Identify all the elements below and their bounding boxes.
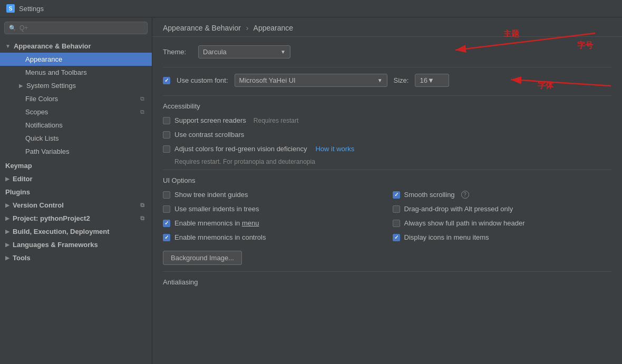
expand-arrow-icon: ▼: [5, 43, 11, 49]
group-label: Version Control: [13, 201, 64, 209]
breadcrumb-part2: Appearance: [254, 24, 294, 32]
drag-drop-checkbox[interactable]: [393, 205, 400, 213]
ui-options-section-title: UI Options: [163, 176, 611, 184]
background-image-button[interactable]: Background Image...: [163, 251, 242, 265]
display-icons-row: Display icons in menu items: [393, 232, 612, 242]
app-icon: S: [6, 4, 15, 13]
sidebar-item-label: Scopes: [25, 108, 48, 116]
sidebar-section-appearance: ▼ Appearance & Behavior Appearance Menus…: [0, 38, 152, 159]
contrast-scrollbars-checkbox[interactable]: [163, 131, 170, 139]
copy-icon: ⧉: [140, 109, 148, 116]
how-it-works-link[interactable]: How it works: [315, 145, 354, 153]
custom-font-checkbox[interactable]: [163, 77, 170, 84]
smooth-scrolling-label: Smooth scrolling: [404, 191, 455, 199]
sidebar-item-scopes[interactable]: Scopes ⧉: [0, 105, 152, 119]
window-title: Settings: [19, 5, 44, 13]
theme-label: Theme:: [163, 48, 192, 56]
sidebar-item-plugins[interactable]: Plugins: [0, 185, 152, 199]
sidebar-item-menus-toolbars[interactable]: Menus and Toolbars: [0, 66, 152, 79]
full-path-row: Always show full path in window header: [393, 218, 612, 228]
tree-indent-row: Show tree indent guides: [163, 190, 382, 200]
sidebar-item-label: File Colors: [25, 95, 58, 103]
expand-arrow-icon: ▶: [5, 242, 9, 248]
menu-underline: menu: [242, 219, 259, 227]
display-icons-checkbox[interactable]: [393, 234, 400, 241]
search-input[interactable]: [20, 24, 143, 32]
divider-4: [163, 271, 611, 272]
sidebar-item-notifications[interactable]: Notifications: [0, 119, 152, 132]
font-row: Use custom font: Microsoft YaHei UI ▼ Si…: [163, 74, 611, 87]
sidebar-group-build[interactable]: ▶ Build, Execution, Deployment: [0, 225, 152, 238]
font-value: Microsoft YaHei UI: [239, 76, 296, 84]
screen-readers-note: Requires restart: [254, 117, 298, 124]
sidebar-item-label: Keymap: [5, 162, 32, 170]
sidebar-item-appearance[interactable]: Appearance: [0, 53, 152, 66]
smooth-scrolling-row: Smooth scrolling ?: [393, 190, 612, 200]
sidebar: 🔍 ▼ Appearance & Behavior Appearance Men…: [0, 17, 152, 364]
full-path-checkbox[interactable]: [393, 220, 400, 227]
smooth-scrolling-checkbox[interactable]: [393, 191, 400, 199]
copy-icon: ⧉: [140, 215, 148, 222]
content-body: Theme: Darcula ▼ Use custom font: Micros…: [152, 37, 622, 300]
group-label: Editor: [13, 175, 33, 183]
color-deficiency-note: Requires restart. For protanopia and deu…: [174, 158, 611, 165]
search-box[interactable]: 🔍: [4, 22, 148, 34]
breadcrumb: Appearance & Behavior › Appearance: [152, 17, 622, 37]
help-icon[interactable]: ?: [461, 191, 469, 199]
expand-arrow-icon: ▶: [5, 229, 9, 234]
sidebar-item-file-colors[interactable]: File Colors ⧉: [0, 92, 152, 105]
theme-dropdown[interactable]: Darcula ▼: [198, 45, 290, 58]
smaller-indents-checkbox[interactable]: [163, 205, 170, 213]
sidebar-group-project[interactable]: ▶ Project: pythonProject2 ⧉: [0, 212, 152, 225]
tree-indent-checkbox[interactable]: [163, 191, 170, 199]
sidebar-item-quick-lists[interactable]: Quick Lists: [0, 132, 152, 145]
sidebar-item-system-settings[interactable]: ▶ System Settings: [0, 79, 152, 92]
accessibility-section-title: Accessibility: [163, 102, 611, 110]
color-deficiency-row: Adjust colors for red-green vision defic…: [163, 144, 611, 154]
size-label: Size:: [394, 76, 409, 84]
ui-options-right: Smooth scrolling ? Drag-and-drop with Al…: [393, 190, 612, 265]
drag-drop-label: Drag-and-drop with Alt pressed only: [404, 205, 513, 213]
color-deficiency-checkbox[interactable]: [163, 145, 170, 153]
screen-readers-row: Support screen readers Requires restart: [163, 115, 611, 125]
sidebar-item-keymap[interactable]: Keymap: [0, 159, 152, 172]
smaller-indents-label: Use smaller indents in trees: [174, 205, 259, 213]
sidebar-group-tools[interactable]: ▶ Tools: [0, 251, 152, 264]
sidebar-item-label: Path Variables: [25, 147, 70, 155]
mnemonics-menu-label: Enable mnemonics in menu: [174, 219, 259, 227]
expand-arrow-icon: ▶: [19, 83, 23, 88]
dropdown-caret-icon: ▼: [377, 77, 383, 83]
ui-options-left: Show tree indent guides Use smaller inde…: [163, 190, 382, 265]
sidebar-group-appearance-behavior[interactable]: ▼ Appearance & Behavior: [0, 40, 152, 53]
sidebar-group-version-control[interactable]: ▶ Version Control ⧉: [0, 199, 152, 212]
mnemonics-controls-row: Enable mnemonics in controls: [163, 232, 382, 242]
dropdown-caret-icon: ▼: [427, 76, 434, 84]
sidebar-group-languages[interactable]: ▶ Languages & Frameworks: [0, 238, 152, 251]
divider-2: [163, 95, 611, 96]
screen-readers-label: Support screen readers: [174, 116, 246, 124]
contrast-scrollbars-label: Use contrast scrollbars: [174, 131, 244, 139]
expand-arrow-icon: ▶: [5, 215, 9, 221]
copy-icon: ⧉: [140, 202, 148, 209]
divider-3: [163, 170, 611, 170]
sidebar-item-label: System Settings: [26, 82, 76, 90]
sidebar-item-path-variables[interactable]: Path Variables: [0, 145, 152, 158]
dropdown-caret-icon: ▼: [280, 49, 286, 55]
sidebar-group-editor[interactable]: ▶ Editor: [0, 172, 152, 185]
main-layout: 🔍 ▼ Appearance & Behavior Appearance Men…: [0, 17, 622, 364]
mnemonics-controls-label: Enable mnemonics in controls: [174, 233, 266, 241]
sidebar-item-label: Notifications: [25, 121, 63, 129]
mnemonics-controls-checkbox[interactable]: [163, 234, 170, 241]
mnemonics-menu-checkbox[interactable]: [163, 220, 170, 227]
breadcrumb-separator: ›: [246, 24, 249, 32]
font-dropdown[interactable]: Microsoft YaHei UI ▼: [235, 74, 387, 87]
contrast-scrollbars-row: Use contrast scrollbars: [163, 130, 611, 140]
screen-readers-checkbox[interactable]: [163, 117, 170, 124]
content-area: Appearance & Behavior › Appearance Theme…: [152, 17, 622, 364]
title-bar: S Settings: [0, 0, 622, 17]
divider-1: [163, 67, 611, 67]
sidebar-item-label: Menus and Toolbars: [25, 68, 87, 76]
size-value: 16: [420, 76, 427, 84]
expand-arrow-icon: ▶: [5, 255, 9, 261]
size-dropdown[interactable]: 16 ▼: [415, 74, 449, 87]
